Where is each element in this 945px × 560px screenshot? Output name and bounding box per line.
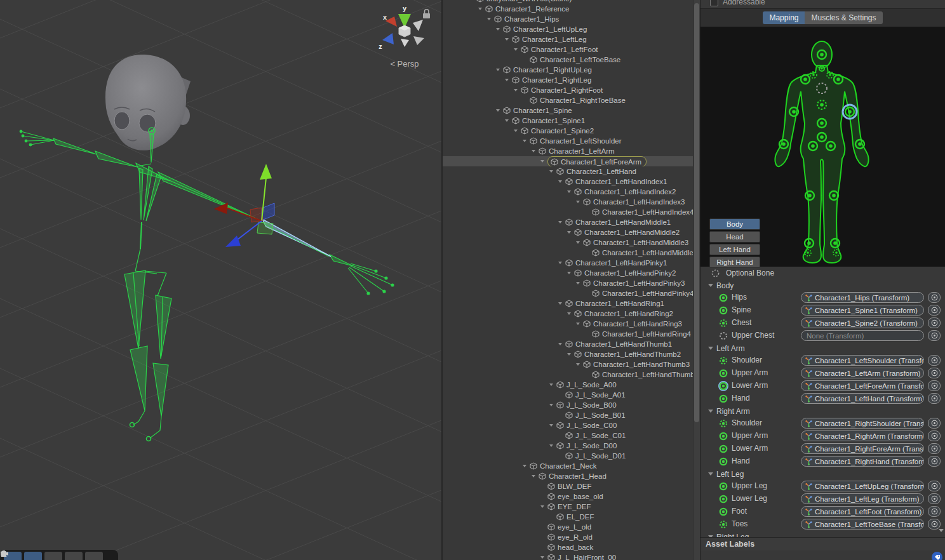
bone-object-field[interactable]: Character1_LeftLeg (Transform) [801, 493, 924, 504]
foldout-icon[interactable] [549, 424, 553, 427]
hierarchy-item[interactable]: Character1_LeftHand [443, 166, 700, 177]
foldout-icon[interactable] [567, 231, 571, 234]
hierarchy-item[interactable]: Character1_RightFoot [443, 85, 700, 95]
foldout-icon[interactable] [523, 465, 526, 467]
pivot-tool-button[interactable] [65, 552, 83, 560]
avatar-diagram[interactable]: BodyHeadLeft HandRight Hand [700, 27, 945, 267]
person-tool-button[interactable] [24, 552, 42, 560]
foldout-icon[interactable] [576, 363, 580, 366]
object-picker-button[interactable] [928, 430, 941, 441]
hierarchy-item[interactable]: Character1_RightLeg [443, 75, 700, 85]
scrollbar-thumb[interactable] [694, 3, 699, 422]
bone-object-field[interactable]: Character1_LeftForeArm (Transform) [801, 380, 924, 391]
asset-label-tag-icon[interactable] [932, 552, 942, 560]
hierarchy-item[interactable]: Character1_LeftHandMiddle3 [443, 237, 700, 248]
object-picker-button[interactable] [928, 380, 941, 391]
foldout-icon[interactable] [576, 241, 580, 244]
bone-object-field[interactable]: Character1_Spine1 (Transform) [801, 305, 924, 316]
hierarchy-item[interactable]: Character1_LeftHandThumb1 [443, 339, 700, 349]
bone-object-field[interactable]: None (Transform) [801, 330, 924, 341]
asset-labels-header[interactable]: Asset Labels [700, 537, 945, 551]
foldout-icon[interactable] [549, 404, 553, 406]
hierarchy-item[interactable]: Character1_Spine2 [443, 126, 700, 136]
hierarchy-item[interactable]: Character1_Neck [443, 461, 700, 471]
foldout-icon[interactable] [487, 18, 491, 20]
part-button-head[interactable]: Head [709, 231, 760, 243]
hierarchy-item[interactable]: Character1_LeftArm [443, 146, 700, 156]
hierarchy-item[interactable]: J_L_Sode_D00 [443, 441, 700, 451]
hierarchy-item[interactable]: Character1_LeftHandPinky1 [443, 258, 700, 268]
hierarchy-item[interactable]: Character1_RightToeBase [443, 95, 700, 105]
lock-icon[interactable] [423, 10, 430, 18]
section-header-left-leg[interactable]: Left Leg [700, 468, 945, 480]
hierarchy-item[interactable]: Character1_LeftHandPinky3 [443, 278, 700, 288]
foldout-icon[interactable] [567, 190, 571, 193]
hierarchy-item[interactable]: Character1_Hips [443, 14, 700, 24]
hierarchy-item[interactable]: J_L_Sode_D01 [443, 451, 700, 461]
hierarchy-item[interactable]: Character1_LeftHandIndex2 [443, 187, 700, 197]
hierarchy-item[interactable]: Character1_LeftFoot [443, 44, 700, 55]
hierarchy-item[interactable]: Character1_Reference [443, 4, 700, 14]
hierarchy-panel[interactable]: unitychan_WAIT00(Clone)Character1_Refere… [441, 0, 700, 560]
foldout-icon[interactable] [576, 201, 580, 203]
object-picker-button[interactable] [928, 481, 941, 491]
object-picker-button[interactable] [928, 418, 941, 429]
hierarchy-item[interactable]: J_L_Sode_A00 [443, 380, 700, 390]
hierarchy-item[interactable]: eye_base_old [443, 491, 700, 502]
object-picker-button[interactable] [928, 456, 941, 467]
foldout-icon[interactable] [576, 323, 580, 325]
part-button-body[interactable]: Body [709, 218, 760, 230]
hierarchy-item[interactable]: Character1_LeftHandPinky2 [443, 268, 700, 278]
hierarchy-item[interactable]: J_L_Sode_C00 [443, 420, 700, 430]
foldout-icon[interactable] [558, 343, 562, 345]
foldout-icon[interactable] [532, 475, 535, 477]
bone-object-field[interactable]: Character1_RightArm (Transform) [801, 430, 924, 441]
foldout-icon[interactable] [558, 262, 562, 264]
foldout-icon[interactable] [532, 150, 535, 152]
foldout-icon[interactable] [505, 38, 509, 41]
object-picker-button[interactable] [928, 506, 941, 517]
object-picker-button[interactable] [928, 493, 941, 504]
hierarchy-item[interactable]: Character1_LeftHandThumb4 [443, 370, 700, 380]
circle-tool-button[interactable] [44, 552, 62, 560]
bone-object-field[interactable]: Character1_RightHand (Transform) [801, 456, 924, 467]
bone-object-field[interactable]: Character1_RightShoulder (Transform) [801, 418, 924, 429]
orientation-gizmo[interactable]: y x z < Persp [379, 4, 424, 69]
hierarchy-item[interactable]: Character1_LeftHandRing4 [443, 329, 700, 339]
object-picker-button[interactable] [928, 292, 941, 303]
scene-view[interactable]: y x z < Persp [0, 0, 441, 560]
camera-tool-button[interactable] [85, 552, 103, 560]
hierarchy-item[interactable]: J_L_Sode_C01 [443, 430, 700, 441]
section-header-left-arm[interactable]: Left Arm [700, 342, 945, 354]
hierarchy-item[interactable]: Character1_LeftForeArm [443, 156, 700, 166]
hierarchy-item[interactable]: Character1_LeftHandIndex4 [443, 207, 700, 217]
hierarchy-item[interactable]: Character1_LeftUpLeg [443, 24, 700, 34]
hierarchy-item[interactable]: eye_L_old [443, 522, 700, 532]
bone-object-field[interactable]: Character1_LeftToeBase (Transform) [801, 519, 924, 530]
hierarchy-item[interactable]: J_L_Sode_A01 [443, 390, 700, 400]
hierarchy-item[interactable]: Character1_LeftHandThumb3 [443, 359, 700, 370]
foldout-icon[interactable] [496, 28, 500, 30]
foldout-icon[interactable] [558, 221, 562, 223]
tab-mapping[interactable]: Mapping [763, 11, 805, 24]
inspector-panel[interactable]: Addressable MappingMuscles & Settings [700, 0, 945, 560]
foldout-icon[interactable] [523, 140, 526, 142]
object-picker-button[interactable] [928, 355, 941, 366]
hierarchy-item[interactable]: Character1_LeftHandMiddle1 [443, 217, 700, 227]
foldout-icon[interactable] [514, 130, 518, 132]
object-picker-button[interactable] [928, 330, 941, 341]
foldout-icon[interactable] [540, 556, 544, 559]
foldout-icon[interactable] [478, 8, 482, 10]
hierarchy-item[interactable]: Character1_LeftHandMiddle4 [443, 248, 700, 258]
foldout-icon[interactable] [567, 312, 571, 315]
object-picker-button[interactable] [928, 443, 941, 454]
hierarchy-item[interactable]: BLW_DEF [443, 481, 700, 491]
section-header-body[interactable]: Body [700, 279, 945, 291]
hierarchy-scrollbar[interactable] [693, 0, 700, 560]
object-picker-button[interactable] [928, 368, 941, 378]
hierarchy-item[interactable]: J_L_HairFront_00 [443, 552, 700, 560]
bone-object-field[interactable]: Character1_Spine2 (Transform) [801, 317, 924, 328]
hierarchy-item[interactable]: EYE_DEF [443, 502, 700, 512]
foldout-icon[interactable] [549, 170, 553, 173]
hierarchy-item[interactable]: head_back [443, 542, 700, 552]
